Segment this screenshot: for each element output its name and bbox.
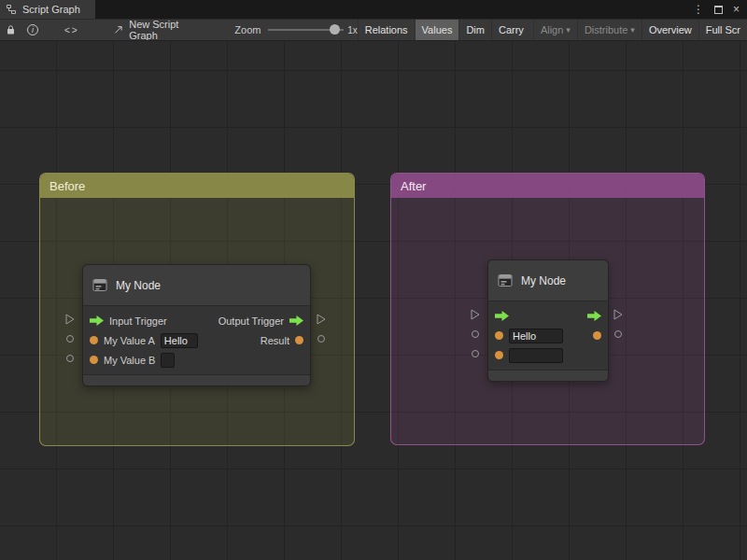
group-after-header[interactable]: After [391,174,704,198]
port-row-value-a: My Value A Result [83,330,310,350]
value-port-icon[interactable] [295,336,303,344]
distribute-dropdown[interactable]: Distribute ▾ [577,20,641,40]
zoom-label: Zoom [234,24,261,35]
toolbar-buttons: Relations Values Dim Carry Align ▾ Distr… [358,20,747,40]
graph-canvas[interactable]: Before After My Node [0,41,747,560]
values-label: Values [422,24,453,35]
zoom-slider[interactable] [268,19,344,41]
node-icon [498,273,514,288]
external-value-port-indicator [66,335,74,343]
value-a-label: My Value A [104,335,155,346]
value-b-input[interactable] [161,353,175,368]
external-value-port-indicator [472,330,479,338]
input-trigger-port[interactable] [495,311,509,321]
node-header[interactable]: My Node [488,260,608,301]
zoom-slider-knob[interactable] [330,24,340,35]
result-label: Result [261,335,289,346]
flow-in-icon [495,311,509,321]
maximize-icon[interactable] [714,6,723,14]
lock-icon[interactable] [0,20,21,40]
relations-button[interactable]: Relations [358,20,415,40]
dim-button[interactable]: Dim [458,20,491,40]
node-body [488,301,608,370]
node-title: My Node [521,274,566,287]
tab-title: Script Graph [22,4,80,15]
value-a-input[interactable] [161,333,198,348]
external-value-port-indicator [317,335,325,343]
node-icon [92,277,108,293]
external-value-port-indicator [66,355,74,362]
external-flow-port-indicator [471,309,480,320]
chevron-down-icon: ▾ [566,25,571,35]
output-trigger-port[interactable]: Output Trigger [218,315,303,327]
value-b-label: My Value B [104,355,155,366]
value-port-icon[interactable] [593,331,601,340]
input-trigger-label: Input Trigger [109,315,167,327]
node-footer [488,370,608,381]
node-title: My Node [116,279,161,292]
external-flow-port-indicator [613,309,623,320]
script-graph-icon [6,4,17,15]
flow-out-icon [289,315,303,326]
value-b-port[interactable]: My Value B [90,353,175,368]
values-button[interactable]: Values [415,20,459,40]
node-my-node-before[interactable]: My Node Input Trigger Output Trigger [82,264,311,386]
distribute-label: Distribute [585,24,627,35]
value-port-icon[interactable] [495,331,503,340]
value-port-icon[interactable] [90,336,98,344]
arrow-pointer-icon [113,24,124,35]
value-b-input[interactable] [509,348,563,363]
node-my-node-after[interactable]: My Node [487,259,609,382]
tab-bar: Script Graph ⋮ × [0,0,747,19]
zoom-value: 1x [347,25,358,35]
external-value-port-indicator [472,350,479,357]
node-header[interactable]: My Node [83,265,310,306]
dim-label: Dim [466,24,485,35]
result-port[interactable]: Result [261,335,303,346]
external-value-port-indicator [614,330,622,338]
graph-toolbar: i <> New Script Graph Zoom 1x Relations … [0,19,747,41]
close-icon[interactable]: × [733,4,740,15]
value-port-icon[interactable] [90,356,98,364]
fullscreen-button[interactable]: Full Scr [698,20,747,40]
new-script-graph-button[interactable]: New Script Graph [113,19,207,41]
port-row-value-a [488,326,608,345]
overview-button[interactable]: Overview [641,20,698,40]
value-a-port[interactable] [495,329,563,343]
flow-in-icon [90,315,104,326]
port-row-value-b: My Value B [83,350,310,370]
port-row-triggers: Input Trigger Output Trigger [83,311,310,330]
relations-label: Relations [365,24,408,35]
flow-out-icon [587,311,601,321]
port-row-value-b [488,345,608,365]
carry-button[interactable]: Carry [491,20,530,40]
value-a-port[interactable]: My Value A [90,333,198,348]
fullscreen-label: Full Scr [706,24,740,35]
value-a-input[interactable] [509,329,563,343]
value-port-icon[interactable] [495,351,503,359]
node-footer [83,374,310,385]
result-port[interactable] [593,331,601,340]
group-before-header[interactable]: Before [40,174,354,198]
output-trigger-label: Output Trigger [218,315,284,327]
window-controls: ⋮ × [693,0,747,19]
script-graph-window: Script Graph ⋮ × i <> New Script Graph Z… [0,0,747,560]
code-view-icon[interactable]: <> [59,20,85,40]
info-icon[interactable]: i [21,20,44,40]
node-body: Input Trigger Output Trigger My Value A [83,306,310,374]
external-flow-port-indicator [317,314,326,325]
chevron-down-icon: ▾ [630,25,635,35]
carry-label: Carry [499,24,524,35]
kebab-menu-icon[interactable]: ⋮ [693,4,704,15]
value-b-port[interactable] [495,348,563,363]
new-script-graph-label: New Script Graph [129,19,206,41]
align-label: Align [541,24,563,35]
port-row-triggers [488,306,608,326]
external-flow-port-indicator [65,314,75,325]
input-trigger-port[interactable]: Input Trigger [90,315,167,327]
tab-script-graph[interactable]: Script Graph [0,0,95,19]
align-dropdown[interactable]: Align ▾ [533,20,577,40]
overview-label: Overview [649,24,692,35]
output-trigger-port[interactable] [587,311,601,321]
